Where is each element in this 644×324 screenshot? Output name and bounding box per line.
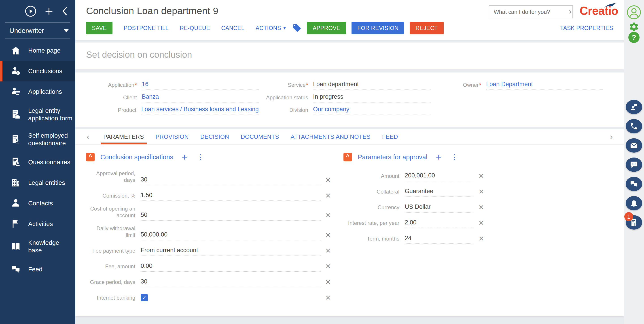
field-collateral: Collateral Guarantee ✕ [344,186,488,197]
sidebar-item-label: Self employed questionnaire [28,132,73,147]
field-value[interactable]: Guarantee [405,188,474,197]
tags-icon[interactable] [292,24,302,33]
field-value[interactable]: 24 [405,235,474,244]
document-house-icon [10,109,22,120]
tab-documents[interactable]: DOCUMENTS [241,130,279,144]
add-record-icon[interactable] [44,6,54,16]
add-field-icon[interactable]: + [436,153,442,161]
document-stamp-icon [10,134,22,145]
tab-decision[interactable]: DECISION [200,130,229,144]
run-process-icon[interactable] [25,5,36,17]
collapse-section-icon[interactable]: ^ [86,153,94,161]
postpone-till-button[interactable]: POSTPONE TILL [124,25,168,31]
sidebar-item-contacts[interactable]: Contacts [0,193,75,213]
tab-feed[interactable]: FEED [382,130,398,144]
clear-field-icon[interactable]: ✕ [321,247,335,256]
section-menu-icon[interactable]: ⋮ [197,153,204,161]
section-menu-icon[interactable]: ⋮ [451,153,458,161]
task-properties-button[interactable]: TASK PROPERTIES [560,25,613,31]
search-input[interactable] [489,9,568,15]
field-label: Currency [344,204,399,213]
sidebar-item-label: Applications [28,88,62,96]
field-value-link[interactable]: Banza [142,93,259,103]
field-value-link[interactable]: Loan Department [486,81,603,90]
clear-field-icon[interactable]: ✕ [321,211,335,221]
field-value[interactable]: 200,001.00 [405,172,474,181]
sidebar-item-questionnaires[interactable]: Questionnaires [0,152,75,172]
user-avatar-icon[interactable] [626,5,641,21]
field-value-link[interactable]: Our company [313,106,431,115]
email-icon[interactable] [626,138,642,153]
sidebar-item-applications[interactable]: Applications [0,82,75,102]
clear-field-icon[interactable]: ✕ [321,262,335,272]
main-menu-icon[interactable] [7,8,18,15]
flag-icon [10,218,22,229]
sidebar-item-self-employed-questionnaire[interactable]: Self employed questionnaire [0,127,75,152]
sidebar-item-legal-entity-application-form[interactable]: Legal entity application form [0,102,75,127]
field-value[interactable]: 50 [141,211,321,221]
sidebar-item-label: Questionnaires [28,158,70,166]
tab-attachments-and-notes[interactable]: ATTACHMENTS AND NOTES [291,130,370,144]
settings-gear-icon[interactable] [628,22,639,33]
tabs-scroll-right-icon[interactable]: › [608,132,615,141]
tabs-scroll-left-icon[interactable]: ‹ [84,132,92,141]
field-value[interactable]: 30 [141,176,321,185]
sidebar-item-conclusions[interactable]: Conclusions [0,61,75,82]
collapse-section-icon[interactable]: ^ [344,153,352,161]
section-header: ^ Parameters for approval + ⋮ [344,151,488,163]
re-queue-button[interactable]: RE-QUEUE [180,25,210,31]
approve-button[interactable]: APPROVE [307,22,346,34]
sidebar-item-knowledge-base[interactable]: Knowledge base [0,234,75,259]
field-value[interactable]: 2.00 [405,219,474,228]
internet-banking-checkbox[interactable]: ✓ [141,294,148,301]
field-value-link[interactable]: Loan services / Business loans and Leasi… [141,106,259,115]
clear-field-icon[interactable]: ✕ [321,294,335,303]
call-icon[interactable] [626,119,642,133]
clear-field-icon[interactable]: ✕ [474,172,488,181]
required-marker: * [135,82,137,88]
workspace-selector[interactable]: Underwriter [0,23,75,39]
clear-field-icon[interactable]: ✕ [321,231,335,240]
sidebar-item-feed[interactable]: Feed [0,259,75,280]
sidebar-item-home-page[interactable]: Home page [0,40,75,61]
chat-agent-icon[interactable] [626,100,642,114]
field-currency: Currency US Dollar ✕ [344,201,488,213]
notifications-bell-icon[interactable] [626,196,642,210]
creatio-app: Underwriter Home page Conclusions Applic… [0,0,644,324]
workspace-caret-icon [64,29,69,32]
add-field-icon[interactable]: + [182,153,188,161]
field-value-link[interactable]: 16 [142,81,259,90]
field-value[interactable]: 50,000.00 [141,231,321,240]
save-button[interactable]: SAVE [86,22,112,34]
sidebar-item-activities[interactable]: Activities [0,213,75,234]
clear-field-icon[interactable]: ✕ [321,176,335,185]
for-revision-button[interactable]: FOR REVISION [352,22,404,34]
actions-menu-button[interactable]: ACTIONS ▾ [256,25,286,31]
tab-parameters[interactable]: PARAMETERS [103,130,144,144]
reject-button[interactable]: REJECT [410,22,444,34]
collapse-sidebar-icon[interactable] [62,6,68,16]
clear-field-icon[interactable]: ✕ [474,188,488,197]
cancel-button[interactable]: CANCEL [221,25,244,31]
clear-field-icon[interactable]: ✕ [321,278,335,287]
field-value[interactable]: 0.00 [141,262,321,272]
feed-notifications-icon[interactable] [626,177,642,191]
field-cost-of-opening-account: Cost of opening an account 50 ✕ [86,205,335,221]
help-icon[interactable]: ? [628,32,640,43]
clear-field-icon[interactable]: ✕ [474,219,488,228]
clear-field-icon[interactable]: ✕ [474,203,488,213]
message-icon[interactable] [626,158,642,172]
clear-field-icon[interactable]: ✕ [474,235,488,244]
tab-provision[interactable]: PROVISION [156,130,189,144]
field-value[interactable]: 30 [141,278,321,287]
field-value[interactable]: From current account [141,247,321,256]
field-label: Internet banking [86,294,135,303]
sidebar-item-legal-entities[interactable]: Legal entities [0,172,75,193]
field-value[interactable]: US Dollar [405,203,474,213]
required-marker: * [479,82,481,88]
search-submit-icon[interactable]: › [568,8,572,16]
field-value[interactable]: 1.50 [141,192,321,201]
field-value[interactable]: In progress [313,93,431,103]
field-label: Daily withdrawal limit [86,225,135,240]
clear-field-icon[interactable]: ✕ [321,192,335,201]
